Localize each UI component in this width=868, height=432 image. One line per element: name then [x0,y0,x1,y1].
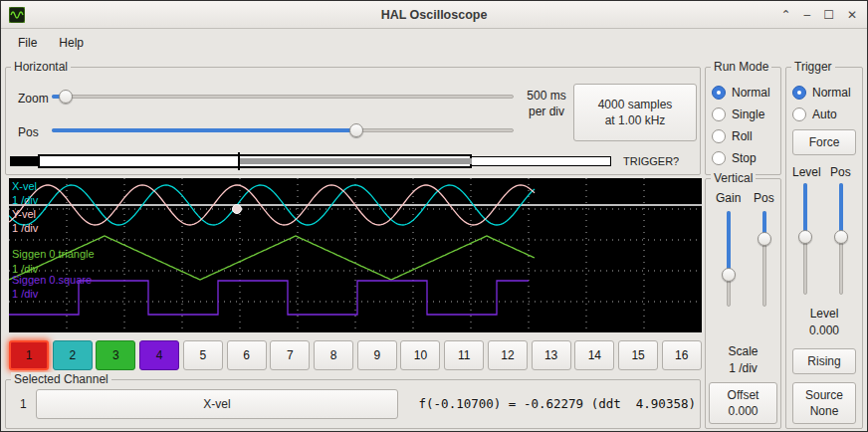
channel-button-7[interactable]: 7 [270,340,310,370]
channel-name-button[interactable]: X-vel [36,389,398,419]
channel-button-4[interactable]: 4 [139,340,179,370]
trigger-level-slider[interactable] [798,183,812,295]
radio-roll[interactable]: Roll [712,125,770,147]
radio-normal[interactable]: Normal [712,82,770,104]
menu-help[interactable]: Help [49,32,94,54]
radio-normal[interactable]: Normal [792,82,851,104]
maximize-icon[interactable]: ☐ [823,1,834,29]
radio-label: Normal [812,86,851,100]
channel-button-14[interactable]: 14 [574,340,614,370]
radio-label: Normal [732,86,770,100]
scope-channel-name: Siggen 0.square [12,274,92,286]
overview-trigger-tick[interactable] [238,152,240,170]
channel-button-15[interactable]: 15 [618,340,658,370]
samples-rate: at 1.00 kHz [605,112,666,128]
channel-button-13[interactable]: 13 [532,340,571,370]
trigger-source-button[interactable]: Source None [792,382,856,424]
pos-label: Pos [18,125,39,139]
zoom-slider[interactable] [52,90,514,104]
trigger-panel: Trigger NormalAuto Force Level Pos Level… [785,67,863,429]
selected-channel-panel: Selected Channel 1 X-vel f(-0.10700) = -… [5,379,701,429]
vertical-panel: Vertical Gain Pos Scale 1 /div Offset 0.… [705,178,781,429]
offset-button[interactable]: Offset 0.000 [709,382,777,424]
time-per-div: 500 ms per div [518,88,575,119]
trigger-pos-slider-handle[interactable] [834,230,848,244]
channel-button-5[interactable]: 5 [183,340,223,370]
channel-button-10[interactable]: 10 [400,340,440,370]
gain-slider-fill [727,211,731,275]
force-button[interactable]: Force [792,129,856,155]
minimize-icon[interactable]: – [803,1,810,29]
overview-pretrigger-region [10,156,38,166]
channel-button-11[interactable]: 11 [444,340,484,370]
run-mode-panel: Run Mode NormalSingleRollStop [705,67,781,175]
vertical-pos-slider[interactable] [758,211,771,307]
channel-button-16[interactable]: 16 [662,340,702,370]
menubar: File Help [2,30,868,56]
scope-channel-scale: 1 /div [12,288,38,300]
channel-button-1[interactable]: 1 [9,340,49,370]
radio-single[interactable]: Single [712,104,770,125]
zoom-slider-groove[interactable] [52,95,514,99]
trigger-level-label: Level [792,165,821,179]
waveform-canvas [9,178,702,332]
overview-bar[interactable] [8,151,617,171]
offset-value: 0.000 [728,403,758,419]
radio-auto[interactable]: Auto [792,104,851,125]
trigger-panel-title: Trigger [791,60,835,74]
radio-indicator [712,86,726,100]
samples-button[interactable]: 4000 samples at 1.00 kHz [573,84,697,141]
channel-button-8[interactable]: 8 [314,340,353,370]
selected-channel-number: 1 [20,397,27,411]
channel-button-2[interactable]: 2 [53,340,93,370]
force-button-label: Force [809,134,840,150]
overview-filled-region [240,158,472,164]
titlebar: HAL Oscilloscope ⌃ – ☐ ✕ [1,1,867,29]
time-per-div-unit: per div [518,104,575,119]
vertical-panel-title: Vertical [711,171,756,185]
channel-button-6[interactable]: 6 [227,340,267,370]
radio-indicator [792,108,806,121]
radio-label: Auto [812,108,837,121]
scope-channel-scale: 1 /div [12,194,38,206]
trigger-source-caption: Source [805,387,843,403]
pos-slider-fill [52,128,356,132]
channel-button-3[interactable]: 3 [96,340,135,370]
channel-readout: f(-0.10700) = -0.62279 (ddt 4.90358) [419,396,696,411]
channel-button-12[interactable]: 12 [488,340,528,370]
window-title: HAL Oscilloscope [1,8,867,22]
trigger-slope-button[interactable]: Rising [792,348,856,374]
radio-indicator [712,108,726,121]
scope-channel-name: Y-vel [12,208,36,220]
channel-name-label: X-vel [203,396,230,412]
radio-indicator [712,129,726,143]
gain-slider[interactable] [722,211,736,307]
scale-value: 1 /div [706,361,780,375]
vertical-pos-slider-handle[interactable] [758,232,771,246]
radio-stop[interactable]: Stop [712,147,770,169]
scope-display[interactable]: X-vel1 /divY-vel1 /divSiggen 0.triangle1… [9,178,702,332]
samples-count: 4000 samples [598,97,673,112]
scale-caption: Scale [706,344,780,358]
trigger-level-caption: Level [786,307,862,321]
offset-caption: Offset [728,387,760,403]
trigger-level-value: 0.000 [786,324,862,337]
channel-button-9[interactable]: 9 [357,340,397,370]
selected-channel-panel-title: Selected Channel [11,372,111,386]
pos-slider-handle[interactable] [349,123,363,137]
menu-file[interactable]: File [8,32,47,54]
scope-channel-name: X-vel [12,180,37,192]
trigger-pos-slider-fill [839,183,843,237]
gain-slider-handle[interactable] [722,268,736,282]
zoom-label: Zoom [18,92,49,106]
trigger-level-slider-handle[interactable] [798,230,812,244]
zoom-slider-handle[interactable] [59,90,73,104]
trigger-pos-label: Pos [830,165,851,179]
trigger-pos-slider[interactable] [834,183,848,295]
shade-icon[interactable]: ⌃ [780,1,790,29]
pos-slider[interactable] [52,123,514,137]
scope-channel-scale: 1 /div [12,222,38,234]
radio-label: Roll [732,129,753,143]
horizontal-panel: Horizontal Zoom 500 ms per div 4000 samp… [5,67,701,175]
close-icon[interactable]: ✕ [847,1,857,29]
